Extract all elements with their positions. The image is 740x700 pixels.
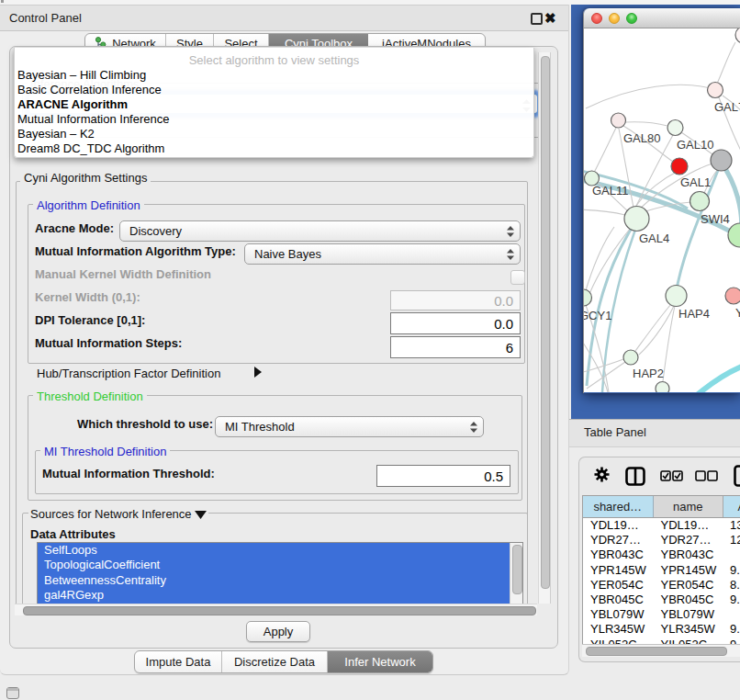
column-header[interactable]: shared…	[583, 496, 654, 517]
network-edge[interactable]	[625, 122, 667, 126]
network-edge[interactable]	[663, 306, 675, 381]
table-panel-titlebar[interactable]: Table Panel	[569, 419, 740, 447]
network-node-bottom[interactable]	[656, 382, 669, 393]
bottom-tab-label: Impute Data	[146, 655, 211, 669]
table-cell: YBR043C	[654, 548, 724, 562]
which-threshold-combobox[interactable]: MI Threshold	[215, 416, 484, 437]
mi-threshold-field[interactable]: 0.5	[376, 465, 510, 487]
network-node-corner[interactable]	[735, 28, 740, 43]
table-cell: YDR27…	[654, 533, 724, 548]
hide-columns-icon[interactable]	[695, 470, 718, 481]
network-canvas[interactable]: GAL7GAL80GAL10GAL1SWI4GAL11GAL4GCY1HAP4Y…	[584, 28, 740, 392]
docked-panel-icon[interactable]	[6, 687, 19, 699]
table-row[interactable]: YBL079WYBL079W	[583, 607, 740, 622]
table-row[interactable]: YLR345WYLR345W9.	[583, 622, 740, 637]
vertical-scrollbar[interactable]	[538, 52, 551, 604]
table-row[interactable]: YER054CYER054C8.	[583, 578, 740, 593]
network-edge[interactable]	[717, 42, 735, 84]
float-window-icon[interactable]	[531, 13, 543, 25]
table-scrollbar-thumb[interactable]	[586, 647, 727, 656]
split-columns-icon[interactable]	[625, 467, 645, 486]
network-node-SWI4big[interactable]	[728, 223, 740, 247]
data-attributes-list[interactable]: SelfLoopsTopologicalCoefficientBetweenne…	[37, 542, 523, 605]
list-scrollbar[interactable]	[510, 543, 522, 604]
network-node-GAL4[interactable]	[624, 207, 649, 231]
control-panel-window: Control Panel ✖ NetworkStyleSelectCyni T…	[0, 5, 569, 675]
horizontal-scrollbar-thumb[interactable]	[23, 606, 536, 615]
network-node-salmon[interactable]	[725, 288, 740, 304]
vertical-scrollbar-thumb[interactable]	[541, 56, 550, 589]
show-checked-columns-icon[interactable]	[660, 470, 683, 481]
manual-kernel-width-checkbox[interactable]	[510, 270, 525, 285]
collapse-arrow-icon[interactable]	[195, 511, 207, 519]
table-row[interactable]: YDR27…YDR27…12	[583, 533, 740, 548]
table-row[interactable]: YBR045CYBR045C9.	[583, 593, 740, 607]
network-node-GAL1[interactable]	[690, 192, 710, 211]
algorithm-option[interactable]: Mutual Information Inference	[17, 112, 169, 127]
expand-arrow-icon[interactable]	[253, 367, 262, 378]
algorithm-option[interactable]: Basic Correlation Inference	[17, 83, 169, 97]
network-node-HAP4[interactable]	[666, 286, 687, 307]
network-edge[interactable]	[586, 85, 710, 108]
mi-algorithm-type-combobox[interactable]: Naive Bayes	[244, 243, 521, 265]
list-item[interactable]: BetweennessCentrality	[38, 573, 510, 588]
dpi-tolerance-field[interactable]: 0.0	[390, 312, 521, 334]
list-scrollbar-thumb[interactable]	[512, 545, 522, 594]
network-edge[interactable]	[594, 128, 616, 173]
algorithm-option[interactable]: Bayesian – K2	[17, 127, 169, 141]
table-row[interactable]: YDL19…YDL19…13	[583, 518, 740, 533]
network-edge[interactable]	[584, 209, 625, 215]
data-attributes-label: Data Attributes	[30, 527, 116, 542]
table-horizontal-scrollbar[interactable]	[582, 644, 740, 657]
mi-algorithm-type-label: Mutual Information Algorithm Type:	[35, 244, 236, 259]
list-item[interactable]: gal4RGexp	[38, 588, 510, 603]
minimize-traffic-light-icon[interactable]	[609, 13, 620, 24]
list-item[interactable]: SelfLoops	[38, 543, 510, 558]
table-cell: YBR045C	[583, 593, 654, 607]
table-cell: YBL079W	[583, 607, 654, 622]
algorithm-option[interactable]: ARACNE Algorithm	[17, 97, 169, 112]
apply-button-label: Apply	[263, 625, 294, 638]
zoom-traffic-light-icon[interactable]	[626, 13, 637, 24]
bottom-tab-discretize-data[interactable]: Discretize Data	[222, 651, 328, 672]
table-cell: YLR345W	[654, 622, 724, 637]
network-node-GAL7[interactable]	[708, 83, 723, 98]
table-row[interactable]: YBR043CYBR043C	[583, 548, 740, 562]
bottom-tab-label: Discretize Data	[234, 655, 315, 669]
column-header[interactable]: Average	[723, 496, 740, 517]
control-panel-titlebar[interactable]: Control Panel ✖	[0, 5, 568, 31]
network-node-pale[interactable]	[667, 120, 683, 136]
apply-button[interactable]: Apply	[246, 621, 310, 642]
column-header[interactable]: name	[654, 496, 724, 517]
close-traffic-light-icon[interactable]	[591, 13, 602, 24]
node-label: GAL7	[714, 100, 740, 114]
bottom-tab-infer-network[interactable]: Infer Network	[328, 651, 432, 672]
network-edge[interactable]	[696, 364, 740, 392]
network-window-titlebar[interactable]	[584, 8, 740, 28]
which-threshold-label: Which threshold to use:	[77, 417, 213, 432]
kernel-width-field[interactable]: 0.0	[390, 290, 521, 310]
mi-steps-field[interactable]: 6	[390, 336, 521, 358]
table-row[interactable]: YPR145WYPR145W9.	[583, 563, 740, 578]
aracne-mode-combobox[interactable]: Discovery	[119, 220, 521, 242]
network-node-GAL80[interactable]	[611, 113, 626, 128]
network-node-HAP2[interactable]	[623, 350, 638, 365]
network-node-GAL10[interactable]	[671, 158, 688, 175]
network-node-gray[interactable]	[711, 150, 732, 171]
horizontal-scrollbar[interactable]	[15, 604, 537, 615]
aracne-mode-combobox-value: Discovery	[120, 224, 182, 238]
algorithm-option[interactable]: Bayesian – Hill Climbing	[17, 68, 169, 83]
close-icon[interactable]: ✖	[544, 11, 556, 26]
document-icon[interactable]	[734, 465, 740, 487]
network-edge[interactable]	[635, 304, 671, 351]
bottom-tab-impute-data[interactable]: Impute Data	[135, 651, 222, 672]
network-edge[interactable]	[586, 227, 614, 290]
gear-icon[interactable]	[594, 467, 610, 482]
table-cell	[723, 548, 740, 562]
network-edge[interactable]	[639, 306, 674, 355]
algorithm-option[interactable]: Dream8 DC_TDC Algorithm	[17, 141, 169, 156]
node-table: shared…nameAverage YDL19…YDL19…13YDR27…Y…	[582, 495, 740, 645]
list-item[interactable]: TopologicalCoefficient	[38, 558, 510, 572]
network-desktop: GAL7GAL80GAL10GAL1SWI4GAL11GAL4GCY1HAP4Y…	[571, 5, 740, 419]
network-view-window: GAL7GAL80GAL10GAL1SWI4GAL11GAL4GCY1HAP4Y…	[583, 8, 740, 393]
